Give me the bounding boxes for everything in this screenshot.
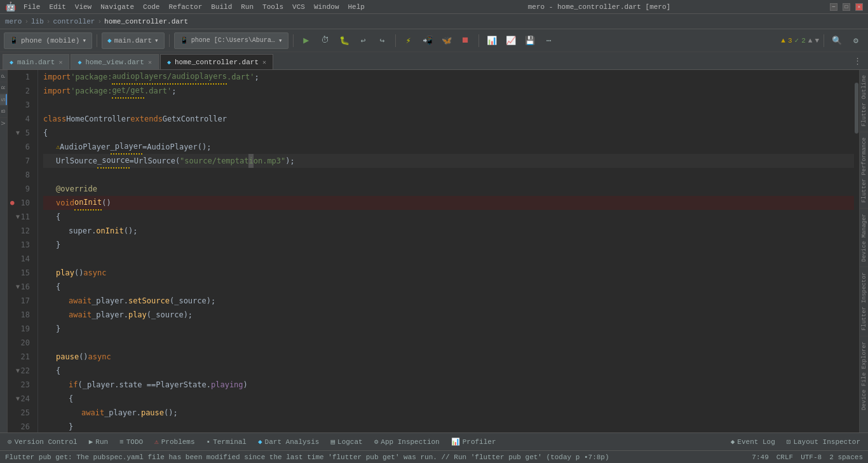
logcat-icon: ▤ — [330, 438, 335, 446]
profiler-button[interactable]: 📈 — [503, 32, 519, 49]
line-num-8: 8 — [8, 168, 34, 182]
more-tabs-button[interactable]: ⋮ — [849, 53, 865, 69]
logcat-button[interactable]: ▤ Logcat — [325, 435, 367, 449]
menu-file[interactable]: File — [20, 3, 44, 11]
sidebar-structure[interactable]: S — [0, 93, 7, 105]
line-num-4: 4 — [8, 112, 34, 126]
flutter-inspector-panel[interactable]: Flutter Inspector — [860, 267, 868, 336]
line-num-24: ▼ 24 — [8, 392, 34, 406]
profiler-tool-button[interactable]: 📊 Profiler — [446, 435, 501, 449]
menu-vcs[interactable]: VCS — [288, 3, 309, 11]
line-num-7: 7 — [8, 154, 34, 168]
line-ending[interactable]: CRLF — [776, 453, 793, 461]
todo-button[interactable]: ≡ TODO — [114, 435, 148, 449]
run-config-button[interactable]: ◆ main.dart ▾ — [102, 32, 165, 49]
tab-close-2[interactable]: ✕ — [148, 59, 152, 66]
search-everywhere-button[interactable]: 🔍 — [829, 32, 845, 49]
menu-code[interactable]: Code — [139, 3, 163, 11]
memory-button[interactable]: 💾 — [522, 32, 538, 49]
lightning-button[interactable]: ⚡ — [400, 32, 417, 49]
device-manager-panel[interactable]: Device Manager — [860, 209, 868, 267]
settings-button[interactable]: ⚙ — [848, 32, 864, 49]
collapse-warnings-icon[interactable]: ▼ — [815, 37, 819, 45]
run-button[interactable]: ▶ — [298, 32, 315, 49]
more-tools-button[interactable]: ⋯ — [541, 32, 557, 49]
breadcrumb-lib[interactable]: lib — [31, 18, 44, 25]
maximize-button[interactable]: □ — [843, 3, 850, 11]
vertical-scrollbar[interactable] — [854, 70, 859, 432]
event-log-button[interactable]: ◆ Event Log — [726, 435, 780, 449]
breakpoint-10[interactable]: ● — [10, 196, 15, 210]
logcat-label: Logcat — [337, 438, 363, 446]
line-num-1: 1 — [8, 70, 34, 84]
minimize-button[interactable]: ─ — [830, 3, 837, 11]
breadcrumb-controller[interactable]: controller — [53, 18, 95, 25]
app-icon: 🤖 — [5, 1, 16, 12]
dart-icon: ◆ — [107, 36, 112, 45]
problems-button[interactable]: ⚠ Problems — [149, 435, 200, 449]
menu-edit[interactable]: Edit — [45, 3, 69, 11]
close-button[interactable]: ✕ — [855, 3, 863, 11]
app-inspection-button[interactable]: ⚙ App Inspection — [369, 435, 445, 449]
menu-refactor[interactable]: Refactor — [165, 3, 206, 11]
breadcrumb-file[interactable]: home_controller.dart — [104, 18, 188, 25]
menu-build[interactable]: Build — [207, 3, 236, 11]
scrollbar-thumb[interactable] — [855, 83, 858, 134]
menu-run[interactable]: Run — [237, 3, 257, 11]
menu-tools[interactable]: Tools — [259, 3, 287, 11]
flutter-performance-panel[interactable]: Flutter Performance — [860, 132, 868, 208]
device-mirror-button[interactable]: 📲 — [419, 32, 436, 49]
line-numbers-gutter: 1 2 3 4 ▼ 5 6 7 8 9 ● 10 ▼ 11 12 13 14 1… — [8, 70, 38, 432]
tab-home-controller[interactable]: ◆ home_controller.dart ✕ — [160, 54, 273, 69]
code-lines[interactable]: import 'package:audioplayers/audioplayer… — [38, 70, 854, 432]
indent-setting[interactable]: 2 spaces — [829, 453, 863, 461]
sidebar-project[interactable]: P — [0, 70, 7, 81]
expand-warnings-icon[interactable]: ▲ — [808, 37, 813, 45]
flutter-outline-panel[interactable]: Flutter Outline — [860, 70, 868, 132]
run-tool-button[interactable]: ▶ Run — [84, 435, 113, 449]
coverage-button[interactable]: 📊 — [484, 32, 500, 49]
fold-11[interactable]: ▼ — [16, 210, 20, 224]
tab-main-dart[interactable]: ◆ main.dart ✕ — [3, 54, 69, 69]
fold-22[interactable]: ▼ — [16, 364, 20, 378]
cursor-position[interactable]: 7:49 — [752, 453, 768, 461]
fold-24[interactable]: ▼ — [16, 392, 20, 406]
profile-button[interactable]: ⏱ — [317, 32, 334, 49]
vc-label: Version Control — [15, 438, 78, 446]
menu-window[interactable]: Window — [310, 3, 343, 11]
code-line-20 — [43, 336, 854, 350]
dart-analysis-button[interactable]: ◆ Dart Analysis — [253, 435, 324, 449]
breadcrumb-mero[interactable]: mero — [5, 18, 22, 25]
phone-icon-2: 📱 — [180, 36, 189, 45]
flutter-button[interactable]: 🦋 — [438, 32, 455, 49]
chevron-down-icon: ▾ — [82, 36, 86, 45]
dart-tab-icon-3: ◆ — [167, 59, 171, 66]
sidebar-resource-manager[interactable]: R — [0, 81, 7, 93]
layout-inspector-button[interactable]: ⊡ Layout Inspector — [782, 435, 865, 449]
device-selector-button[interactable]: 📱 phone (mobile) ▾ — [4, 32, 92, 49]
tab-close-3[interactable]: ✕ — [262, 59, 266, 66]
dart-tab-icon-2: ◆ — [78, 59, 81, 66]
sidebar-build-variants[interactable]: V — [0, 117, 7, 128]
code-editor[interactable]: 1 2 3 4 ▼ 5 6 7 8 9 ● 10 ▼ 11 12 13 14 1… — [8, 70, 859, 432]
tab-home-view[interactable]: ◆ home_view.dart ✕ — [71, 54, 158, 69]
encoding[interactable]: UTF-8 — [801, 453, 822, 461]
forward-button[interactable]: ↪ — [374, 32, 391, 49]
terminal-button[interactable]: ▪ Terminal — [201, 435, 252, 449]
stop-button[interactable]: ⏹ — [458, 32, 474, 49]
device-file-explorer-panel[interactable]: Device File Explorer — [860, 336, 868, 415]
tab-close-1[interactable]: ✕ — [58, 59, 62, 66]
sidebar-bookmarks[interactable]: B — [0, 105, 7, 116]
version-control-button[interactable]: ⊙ Version Control — [3, 435, 83, 449]
back-button[interactable]: ↩ — [355, 32, 372, 49]
profiler-label: Profiler — [463, 438, 496, 446]
menu-navigate[interactable]: Navigate — [97, 3, 138, 11]
device-detail-button[interactable]: 📱 phone [C:\Users\Aburas\.android\avd:..… — [174, 32, 288, 49]
debug-button[interactable]: 🐛 — [336, 32, 353, 49]
menu-help[interactable]: Help — [344, 3, 369, 11]
dart-icon-bottom: ◆ — [258, 438, 262, 446]
dart-tab-icon-1: ◆ — [10, 59, 13, 66]
fold-5[interactable]: ▼ — [16, 126, 20, 140]
menu-view[interactable]: View — [71, 3, 95, 11]
fold-16[interactable]: ▼ — [16, 280, 20, 294]
